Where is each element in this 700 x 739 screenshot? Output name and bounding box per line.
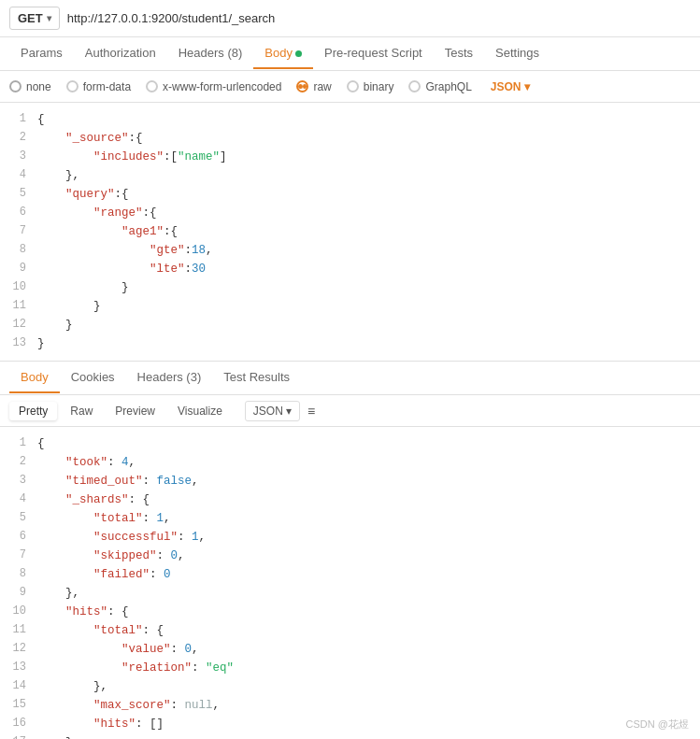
resp-line-12: 12 "value": 0, — [0, 640, 700, 659]
req-line-8: 8 "gte":18, — [0, 241, 700, 260]
radio-urlencoded[interactable]: x-www-form-urlencoded — [146, 80, 281, 93]
fmt-pretty[interactable]: Pretty — [9, 402, 57, 420]
resp-line-9: 9 }, — [0, 584, 700, 603]
body-active-dot — [295, 50, 302, 57]
radio-form-data-circle — [66, 80, 79, 92]
req-line-7: 7 "age1":{ — [0, 222, 700, 241]
fmt-raw[interactable]: Raw — [61, 402, 102, 420]
url-input[interactable] — [67, 11, 691, 25]
req-line-2: 2 "_source":{ — [0, 129, 700, 148]
resp-line-14: 14 }, — [0, 677, 700, 696]
tab-settings[interactable]: Settings — [484, 38, 550, 69]
req-line-3: 3 "includes":["name"] — [0, 148, 700, 166]
resp-tab-headers[interactable]: Headers (3) — [126, 362, 213, 393]
request-code-editor[interactable]: 1 { 2 "_source":{ 3 "includes":["name"] … — [0, 103, 700, 362]
url-bar: GET ▾ — [0, 0, 700, 37]
resp-line-17: 17 } — [0, 733, 700, 739]
radio-graphql[interactable]: GraphQL — [408, 80, 471, 93]
req-line-12: 12 } — [0, 316, 700, 334]
resp-line-1: 1 { — [0, 434, 700, 453]
req-line-9: 9 "lte":30 — [0, 260, 700, 278]
radio-urlencoded-circle — [146, 80, 158, 92]
resp-line-8: 8 "failed": 0 — [0, 565, 700, 584]
body-type-bar: none form-data x-www-form-urlencoded raw… — [0, 71, 700, 103]
radio-binary[interactable]: binary — [347, 80, 394, 93]
tab-params[interactable]: Params — [9, 38, 74, 69]
tab-tests[interactable]: Tests — [434, 38, 484, 69]
resp-line-10: 10 "hits": { — [0, 603, 700, 621]
json-type-dropdown[interactable]: JSON ▾ — [491, 80, 530, 93]
response-tab-bar: Body Cookies Headers (3) Test Results — [0, 362, 700, 395]
method-select[interactable]: GET ▾ — [9, 7, 60, 30]
tab-authorization[interactable]: Authorization — [74, 38, 167, 69]
resp-tab-test-results[interactable]: Test Results — [212, 362, 301, 393]
resp-line-5: 5 "total": 1, — [0, 509, 700, 528]
tab-pre-request[interactable]: Pre-request Script — [313, 38, 434, 69]
response-format-bar: Pretty Raw Preview Visualize JSON ▾ ≡ — [0, 395, 700, 427]
req-line-13: 13 } — [0, 334, 700, 353]
radio-none[interactable]: none — [9, 80, 51, 93]
req-line-10: 10 } — [0, 278, 700, 297]
method-label: GET — [18, 11, 43, 25]
radio-binary-circle — [347, 80, 359, 92]
filter-icon[interactable]: ≡ — [307, 404, 315, 419]
resp-tab-body[interactable]: Body — [9, 362, 60, 393]
radio-none-circle — [9, 80, 21, 92]
radio-form-data[interactable]: form-data — [66, 80, 131, 93]
resp-line-16: 16 "hits": [] — [0, 715, 700, 733]
resp-line-2: 2 "took": 4, — [0, 453, 700, 472]
resp-line-4: 4 "_shards": { — [0, 490, 700, 509]
radio-raw-circle — [296, 80, 308, 92]
resp-json-dropdown[interactable]: JSON ▾ — [245, 401, 300, 421]
req-line-5: 5 "query":{ — [0, 185, 700, 204]
tab-body[interactable]: Body — [253, 38, 313, 69]
req-line-1: 1 { — [0, 110, 700, 129]
resp-line-3: 3 "timed_out": false, — [0, 472, 700, 490]
response-code-editor: 1 { 2 "took": 4, 3 "timed_out": false, 4… — [0, 427, 700, 739]
resp-tab-cookies[interactable]: Cookies — [60, 362, 126, 393]
radio-graphql-circle — [408, 80, 421, 92]
req-line-6: 6 "range":{ — [0, 204, 700, 222]
resp-line-7: 7 "skipped": 0, — [0, 547, 700, 565]
method-chevron: ▾ — [47, 13, 51, 23]
resp-line-13: 13 "relation": "eq" — [0, 659, 700, 677]
fmt-preview[interactable]: Preview — [106, 402, 164, 420]
resp-line-6: 6 "successful": 1, — [0, 528, 700, 547]
resp-line-11: 11 "total": { — [0, 621, 700, 640]
req-line-11: 11 } — [0, 297, 700, 316]
resp-line-15: 15 "max_score": null, — [0, 696, 700, 715]
req-line-4: 4 }, — [0, 166, 700, 185]
tab-headers[interactable]: Headers (8) — [167, 38, 254, 69]
watermark: CSDN @花煜 — [626, 717, 689, 732]
fmt-visualize[interactable]: Visualize — [168, 402, 232, 420]
request-tab-bar: Params Authorization Headers (8) Body Pr… — [0, 37, 700, 71]
radio-raw[interactable]: raw — [296, 80, 331, 93]
